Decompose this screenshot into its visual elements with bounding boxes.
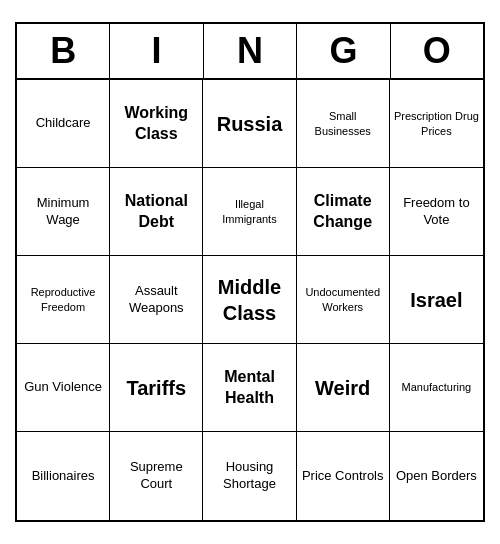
bingo-cell-12[interactable]: Middle Class — [203, 256, 296, 344]
bingo-cell-21[interactable]: Supreme Court — [110, 432, 203, 520]
header-letter-b: B — [17, 24, 110, 78]
bingo-grid: ChildcareWorking ClassRussiaSmall Busine… — [17, 80, 483, 520]
header-letter-g: G — [297, 24, 390, 78]
bingo-cell-17[interactable]: Mental Health — [203, 344, 296, 432]
bingo-cell-22[interactable]: Housing Shortage — [203, 432, 296, 520]
bingo-cell-2[interactable]: Russia — [203, 80, 296, 168]
bingo-cell-5[interactable]: Minimum Wage — [17, 168, 110, 256]
cell-text-14: Israel — [410, 287, 462, 313]
cell-text-22: Housing Shortage — [207, 459, 291, 493]
cell-text-17: Mental Health — [207, 367, 291, 409]
cell-text-2: Russia — [217, 111, 283, 137]
bingo-card: BINGO ChildcareWorking ClassRussiaSmall … — [15, 22, 485, 522]
bingo-cell-4[interactable]: Prescription Drug Prices — [390, 80, 483, 168]
bingo-cell-20[interactable]: Billionaires — [17, 432, 110, 520]
cell-text-12: Middle Class — [207, 274, 291, 326]
bingo-cell-11[interactable]: Assault Weapons — [110, 256, 203, 344]
bingo-cell-15[interactable]: Gun Violence — [17, 344, 110, 432]
bingo-cell-10[interactable]: Reproductive Freedom — [17, 256, 110, 344]
cell-text-10: Reproductive Freedom — [21, 285, 105, 314]
cell-text-7: Illegal Immigrants — [207, 197, 291, 226]
header-letter-n: N — [204, 24, 297, 78]
bingo-cell-7[interactable]: Illegal Immigrants — [203, 168, 296, 256]
cell-text-5: Minimum Wage — [21, 195, 105, 229]
bingo-cell-19[interactable]: Manufacturing — [390, 344, 483, 432]
cell-text-9: Freedom to Vote — [394, 195, 479, 229]
cell-text-16: Tariffs — [126, 375, 186, 401]
cell-text-6: National Debt — [114, 191, 198, 233]
bingo-cell-23[interactable]: Price Controls — [297, 432, 390, 520]
cell-text-18: Weird — [315, 375, 370, 401]
cell-text-24: Open Borders — [396, 468, 477, 485]
cell-text-3: Small Businesses — [301, 109, 385, 138]
bingo-cell-16[interactable]: Tariffs — [110, 344, 203, 432]
cell-text-21: Supreme Court — [114, 459, 198, 493]
bingo-cell-13[interactable]: Undocumented Workers — [297, 256, 390, 344]
cell-text-13: Undocumented Workers — [301, 285, 385, 314]
cell-text-4: Prescription Drug Prices — [394, 109, 479, 138]
bingo-cell-24[interactable]: Open Borders — [390, 432, 483, 520]
cell-text-19: Manufacturing — [402, 380, 472, 394]
bingo-cell-1[interactable]: Working Class — [110, 80, 203, 168]
cell-text-23: Price Controls — [302, 468, 384, 485]
cell-text-8: Climate Change — [301, 191, 385, 233]
header-letter-o: O — [391, 24, 483, 78]
bingo-cell-18[interactable]: Weird — [297, 344, 390, 432]
cell-text-0: Childcare — [36, 115, 91, 132]
bingo-cell-3[interactable]: Small Businesses — [297, 80, 390, 168]
bingo-cell-8[interactable]: Climate Change — [297, 168, 390, 256]
bingo-cell-0[interactable]: Childcare — [17, 80, 110, 168]
bingo-cell-9[interactable]: Freedom to Vote — [390, 168, 483, 256]
cell-text-20: Billionaires — [32, 468, 95, 485]
bingo-header: BINGO — [17, 24, 483, 80]
bingo-cell-6[interactable]: National Debt — [110, 168, 203, 256]
header-letter-i: I — [110, 24, 203, 78]
bingo-cell-14[interactable]: Israel — [390, 256, 483, 344]
cell-text-1: Working Class — [114, 103, 198, 145]
cell-text-11: Assault Weapons — [114, 283, 198, 317]
cell-text-15: Gun Violence — [24, 379, 102, 396]
